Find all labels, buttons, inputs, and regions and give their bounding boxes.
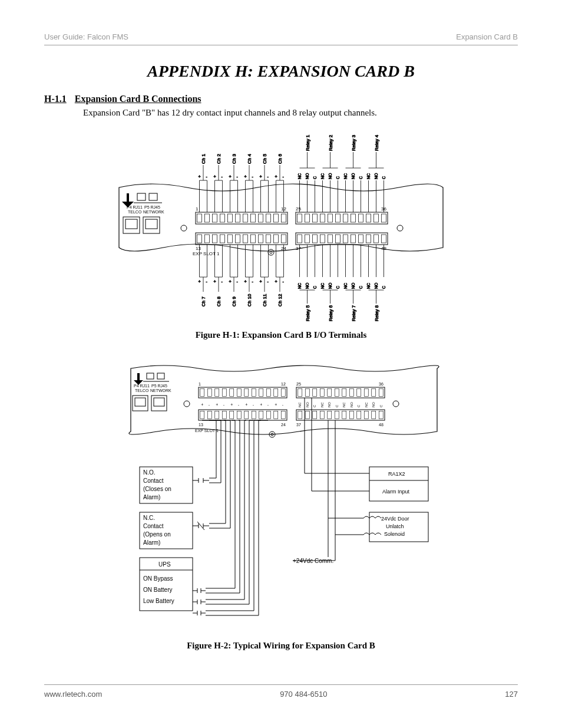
figure-h1: P4 RJ11 TELCO P5 RJ45 NETWORK [44,124,518,340]
svg-rect-10 [146,219,157,229]
svg-text:25: 25 [296,382,301,386]
svg-rect-210 [213,235,217,243]
svg-rect-280 [357,389,361,397]
svg-text:Ch 7: Ch 7 [201,297,206,307]
svg-rect-271 [281,389,285,397]
svg-text:Relay 4: Relay 4 [374,134,379,151]
svg-text:C: C [313,404,316,407]
svg-text:Contact: Contact [143,523,164,529]
svg-rect-266 [244,389,249,397]
page-header: User Guide: Falcon FMS Expansion Card B [44,32,518,45]
svg-rect-223 [320,235,325,243]
svg-text:NO: NO [374,282,378,289]
svg-text:-: - [237,174,239,179]
svg-text:P5 RJ45: P5 RJ45 [144,205,160,209]
svg-text:NC: NC [298,402,302,407]
svg-text:-: - [252,279,254,284]
svg-text:NC: NC [366,283,371,289]
svg-text:12: 12 [281,382,286,386]
svg-text:+: + [260,279,262,284]
svg-rect-240 [135,398,146,406]
svg-text:Alarm Input: Alarm Input [382,489,410,495]
svg-rect-279 [349,389,353,397]
svg-rect-307 [379,411,383,419]
svg-text:37: 37 [296,246,301,251]
svg-text:NO: NO [305,282,309,289]
svg-rect-286 [215,411,219,419]
svg-text:NO: NO [306,402,309,407]
page-content: APPENDIX H: EXPANSION CARD B H-1.1 Expan… [44,45,518,684]
svg-text:-: - [267,279,269,284]
svg-rect-270 [274,389,278,397]
svg-rect-294 [274,411,278,419]
svg-text:C: C [336,286,340,289]
svg-rect-206 [374,214,379,222]
svg-text:NO: NO [351,282,355,289]
section-name: Expansion Card B Connections [75,94,201,104]
svg-rect-303 [349,411,353,419]
svg-rect-193 [266,214,271,222]
svg-text:P5 RJ45: P5 RJ45 [151,384,167,388]
svg-rect-227 [351,235,356,243]
svg-rect-264 [230,389,234,397]
svg-rect-283 [379,389,383,397]
svg-rect-186 [213,214,217,222]
svg-rect-281 [364,389,368,397]
svg-rect-0 [137,193,146,200]
section-heading: H-1.1 Expansion Card B Connections [44,94,518,104]
svg-text:+: + [229,174,232,179]
svg-rect-267 [252,389,256,397]
svg-rect-298 [313,411,317,419]
svg-text:NC: NC [297,283,302,289]
svg-rect-203 [351,214,356,222]
svg-text:Alarm): Alarm) [143,539,160,546]
svg-text:+: + [260,403,262,407]
svg-rect-208 [197,235,202,243]
section-body: Expansion Card "B" has 12 dry contact in… [83,108,518,118]
svg-text:+: + [201,403,203,407]
svg-rect-299 [320,411,324,419]
svg-point-16 [397,225,403,231]
svg-text:Ch 1: Ch 1 [201,154,206,164]
page-title: APPENDIX H: EXPANSION CARD B [44,62,518,81]
svg-rect-189 [236,214,240,222]
svg-text:+: + [230,403,233,407]
svg-rect-262 [215,389,219,397]
svg-text:ON Battery: ON Battery [143,587,172,593]
svg-text:Low Battery: Low Battery [143,598,174,604]
svg-rect-232 [147,373,154,379]
svg-text:Contact: Contact [143,477,164,484]
svg-rect-1 [149,193,157,200]
svg-text:C: C [335,404,339,407]
svg-text:-: - [223,403,225,407]
svg-rect-216 [259,235,263,243]
svg-rect-282 [372,389,376,397]
figure-h2: P4 RJ11 TELCO P5 RJ45 NETWORK 1 1 [44,358,518,651]
svg-text:C: C [359,286,363,289]
svg-rect-274 [313,389,317,397]
svg-rect-293 [266,411,270,419]
svg-rect-8 [125,219,137,229]
svg-text:NO: NO [305,173,309,179]
svg-text:Unlatch: Unlatch [386,523,404,529]
svg-text:+: + [229,279,232,284]
svg-rect-296 [298,411,302,419]
svg-text:NC: NC [343,283,348,289]
svg-rect-218 [274,235,279,243]
svg-text:Relay 8: Relay 8 [374,305,379,321]
svg-text:Relay 7: Relay 7 [351,305,356,321]
svg-rect-209 [205,235,210,243]
svg-rect-225 [336,235,340,243]
svg-text:Ch 6: Ch 6 [277,154,283,164]
svg-rect-304 [357,411,361,419]
svg-text:EXP SLOT 1: EXP SLOT 1 [193,251,220,256]
svg-rect-205 [366,214,371,222]
footer-right: 127 [505,690,518,699]
figure-h2-svg: P4 RJ11 TELCO P5 RJ45 NETWORK 1 1 [116,358,446,635]
svg-rect-226 [343,235,348,243]
svg-rect-202 [343,214,348,222]
svg-text:-: - [283,279,285,284]
figure-h1-caption: Figure H-1: Expansion Card B I/O Termina… [44,330,518,340]
svg-text:-: - [267,403,269,407]
svg-text:Ch 8: Ch 8 [216,297,222,307]
